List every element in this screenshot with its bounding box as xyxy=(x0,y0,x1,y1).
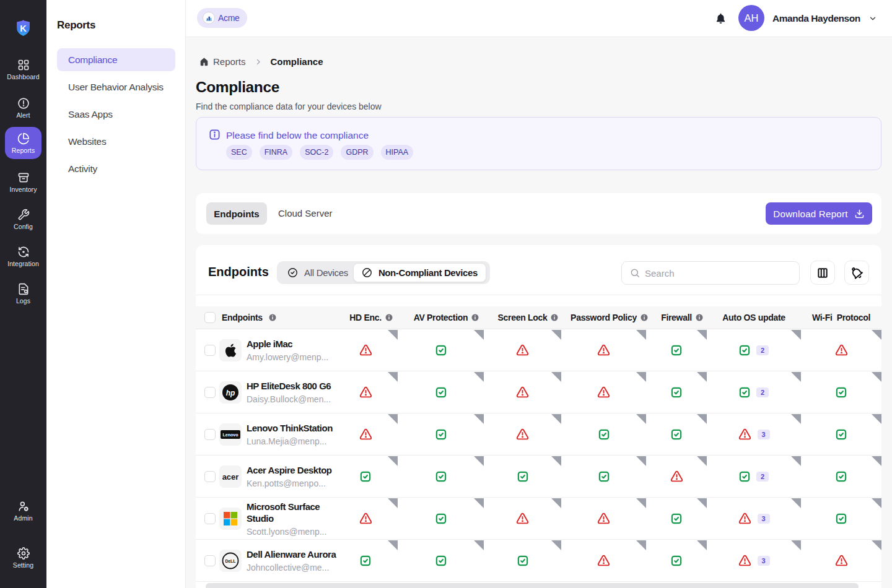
svg-text:Lenovo: Lenovo xyxy=(223,433,238,437)
svg-text:acer: acer xyxy=(222,472,239,481)
svg-text:DɛLL: DɛLL xyxy=(225,559,236,563)
svg-text:hp: hp xyxy=(226,388,235,397)
svg-text:K: K xyxy=(20,24,27,33)
